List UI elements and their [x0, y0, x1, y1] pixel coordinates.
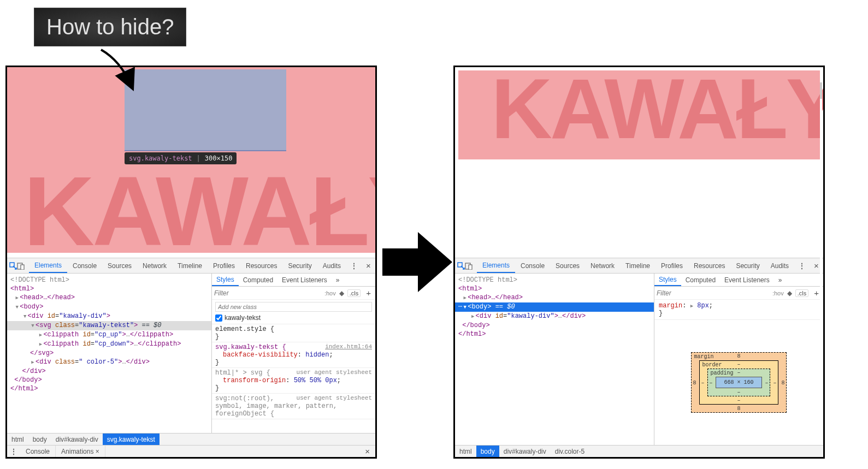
- ua-label: user agent stylesheet: [296, 395, 372, 401]
- hov-toggle[interactable]: :hov: [772, 290, 784, 296]
- styles-filter-input[interactable]: [657, 289, 769, 297]
- device-icon[interactable]: [465, 261, 473, 271]
- crumb-color[interactable]: div.color-5: [551, 446, 589, 457]
- preview-heading: KAWAŁY: [23, 155, 375, 258]
- tab-elements[interactable]: Elements: [29, 258, 67, 273]
- class-checkbox[interactable]: [215, 314, 222, 322]
- crumb-div[interactable]: div#kawaly-div: [499, 446, 551, 457]
- tag-icon[interactable]: ◆: [339, 289, 344, 297]
- right-panel: KAWAŁY Elements Console Sources Network …: [453, 66, 825, 459]
- listeners-tab[interactable]: Event Listeners: [720, 274, 774, 286]
- hov-toggle[interactable]: :hov: [324, 290, 336, 296]
- more-styles-icon[interactable]: »: [774, 274, 787, 286]
- svg-highlight-overlay: [125, 69, 286, 151]
- tab-resources[interactable]: Resources: [688, 258, 730, 273]
- drawer: ⋮ Console Animations × ×: [7, 445, 375, 457]
- computed-tab[interactable]: Computed: [681, 274, 720, 286]
- tab-network[interactable]: Network: [137, 258, 172, 273]
- callout-label: How to hide?: [34, 8, 186, 46]
- devtools-tabbar: Elements Console Sources Network Timelin…: [7, 258, 375, 274]
- drawer-close-icon[interactable]: ×: [359, 447, 375, 456]
- devtools-right: Elements Console Sources Network Timelin…: [455, 258, 823, 457]
- right-preview: KAWAŁY: [455, 67, 823, 258]
- svg-rect-2: [21, 265, 24, 270]
- dom-selected-body[interactable]: ⋯<body> == $0: [455, 302, 654, 312]
- pink-bg: KAWAŁY: [458, 70, 820, 159]
- dom-tree[interactable]: <!DOCTYPE html> <html> <head>…</head> <b…: [7, 274, 211, 433]
- box-content: 668 × 160: [716, 377, 761, 388]
- styles-tab[interactable]: Styles: [654, 274, 681, 286]
- element-tooltip: svg.kawaly-tekst | 300×150: [125, 152, 237, 164]
- device-icon[interactable]: [17, 261, 25, 271]
- devtools-left: Elements Console Sources Network Timelin…: [7, 258, 375, 457]
- tab-sources[interactable]: Sources: [102, 258, 137, 273]
- scrollbar-thumb[interactable]: [820, 82, 822, 99]
- styles-tab[interactable]: Styles: [212, 274, 239, 286]
- crumb-html[interactable]: html: [7, 434, 28, 445]
- transition-arrow: [382, 229, 453, 295]
- left-preview: KAWAŁY svg.kawaly-tekst | 300×150: [7, 67, 375, 258]
- tab-security[interactable]: Security: [282, 258, 317, 273]
- computed-tab[interactable]: Computed: [239, 274, 277, 286]
- listeners-tab[interactable]: Event Listeners: [277, 274, 332, 286]
- breadcrumb: html body div#kawaly-div div.color-5: [455, 445, 823, 457]
- crumb-body[interactable]: body: [476, 446, 499, 457]
- dom-selected-svg[interactable]: <svg class="kawaly-tekst"> == $0: [7, 321, 211, 330]
- dom-tree[interactable]: <!DOCTYPE html> <html> <head>…</head> ⋯<…: [455, 274, 654, 445]
- left-panel: KAWAŁY svg.kawaly-tekst | 300×150 Elemen…: [5, 66, 377, 459]
- add-rule-icon[interactable]: +: [364, 288, 373, 298]
- svg-rect-5: [469, 265, 472, 270]
- preview-heading: KAWAŁY: [491, 67, 823, 158]
- pointer-arrow: [98, 47, 147, 102]
- tab-profiles[interactable]: Profiles: [208, 258, 240, 273]
- breadcrumb: html body div#kawaly-div svg.kawaly-teks…: [7, 433, 375, 445]
- cls-toggle[interactable]: .cls: [347, 289, 361, 297]
- tab-elements[interactable]: Elements: [477, 258, 515, 273]
- tab-security[interactable]: Security: [730, 258, 765, 273]
- tab-timeline[interactable]: Timeline: [620, 258, 656, 273]
- tab-audits[interactable]: Audits: [765, 258, 794, 273]
- add-class-input[interactable]: [215, 302, 372, 312]
- tooltip-selector: svg.kawaly-tekst: [129, 155, 192, 162]
- ua-label: user agent stylesheet: [296, 369, 372, 376]
- kebab-icon[interactable]: ⋮: [346, 262, 362, 270]
- margin-rule[interactable]: margin: 8px; }: [654, 300, 823, 320]
- tab-console[interactable]: Console: [515, 258, 550, 273]
- drawer-console-tab[interactable]: Console: [20, 446, 56, 457]
- tab-console[interactable]: Console: [67, 258, 102, 273]
- crumb-svg[interactable]: svg.kawaly-tekst: [103, 434, 160, 445]
- source-link[interactable]: index.html:64: [325, 343, 372, 350]
- devtools-tabbar: Elements Console Sources Network Timelin…: [455, 258, 823, 274]
- tab-profiles[interactable]: Profiles: [656, 258, 688, 273]
- cls-toggle[interactable]: .cls: [795, 289, 809, 297]
- kebab-icon[interactable]: ⋮: [794, 262, 810, 270]
- styles-pane: Styles Computed Event Listeners » :hov ◆…: [211, 274, 375, 433]
- tab-network[interactable]: Network: [585, 258, 620, 273]
- tag-icon[interactable]: ◆: [787, 289, 792, 297]
- tab-timeline[interactable]: Timeline: [172, 258, 208, 273]
- crumb-body[interactable]: body: [28, 434, 51, 445]
- crumb-html[interactable]: html: [455, 446, 476, 457]
- box-model: margin 8 8 8 8 border – – – –: [654, 320, 823, 445]
- tab-sources[interactable]: Sources: [550, 258, 585, 273]
- drawer-animations-tab[interactable]: Animations ×: [56, 446, 105, 457]
- more-styles-icon[interactable]: »: [332, 274, 344, 286]
- drawer-kebab-icon[interactable]: ⋮: [7, 448, 20, 455]
- tooltip-dims: 300×150: [205, 155, 233, 162]
- tab-audits[interactable]: Audits: [317, 258, 346, 273]
- class-toggle[interactable]: kawaly-tekst: [215, 314, 372, 322]
- styles-pane: Styles Computed Event Listeners » :hov ◆…: [654, 274, 823, 445]
- close-devtools-icon[interactable]: ×: [362, 261, 375, 270]
- inspect-icon[interactable]: [457, 261, 465, 271]
- crumb-div[interactable]: div#kawaly-div: [51, 434, 103, 445]
- tab-resources[interactable]: Resources: [240, 258, 282, 273]
- inspect-icon[interactable]: [9, 261, 17, 271]
- styles-filter-input[interactable]: [214, 289, 321, 297]
